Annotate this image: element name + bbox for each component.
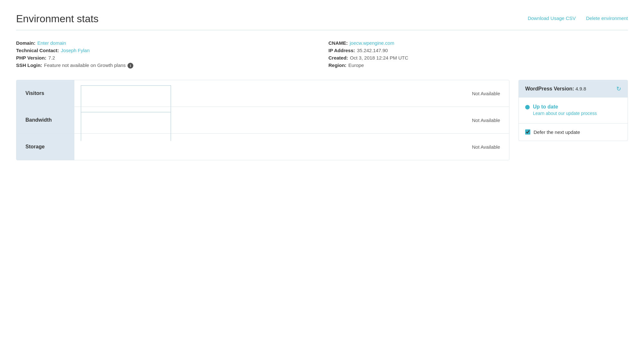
- ip-label: IP Address:: [328, 48, 355, 53]
- bandwidth-value: Not Available: [472, 117, 500, 123]
- wp-version-number: 4.9.8: [575, 86, 586, 91]
- php-value: 7.2: [48, 55, 55, 61]
- status-text: Up to date Learn about our update proces…: [533, 104, 597, 117]
- ssh-label: SSH Login:: [16, 62, 42, 68]
- delete-environment-link[interactable]: Delete environment: [586, 15, 628, 21]
- contact-label: Technical Contact:: [16, 48, 59, 53]
- php-label: PHP Version:: [16, 55, 46, 61]
- info-row-ip: IP Address: 35.242.147.90: [328, 47, 628, 54]
- visitors-value-cell: Not Available: [74, 80, 509, 107]
- page-title: Environment stats: [16, 13, 99, 25]
- header-actions: Download Usage CSV Delete environment: [528, 13, 628, 21]
- info-icon-ssh[interactable]: i: [128, 63, 133, 69]
- contact-value[interactable]: Joseph Fylan: [61, 48, 90, 53]
- stats-table: Visitors Not Available Bandwidth Not Ava…: [16, 80, 509, 160]
- region-value: Europe: [348, 62, 364, 68]
- header-divider: [16, 30, 628, 30]
- created-label: Created:: [328, 55, 348, 61]
- storage-value-cell: Not Available: [74, 134, 509, 160]
- storage-value: Not Available: [472, 144, 500, 150]
- wp-version-text: WordPress Version: 4.9.8: [525, 86, 586, 92]
- cname-label: CNAME:: [328, 40, 348, 46]
- info-row-cname: CNAME: joecw.wpengine.com: [328, 39, 628, 47]
- defer-label: Defer the next update: [534, 129, 580, 135]
- info-row-php: PHP Version: 7.2: [16, 54, 316, 61]
- info-section: Domain: Enter domain Technical Contact: …: [16, 39, 628, 70]
- info-row-contact: Technical Contact: Joseph Fylan: [16, 47, 316, 54]
- info-row-ssh: SSH Login: Feature not available on Grow…: [16, 61, 316, 70]
- region-label: Region:: [328, 62, 346, 68]
- info-left-col: Domain: Enter domain Technical Contact: …: [16, 39, 316, 70]
- cname-value[interactable]: joecw.wpengine.com: [350, 40, 394, 46]
- main-content: Visitors Not Available Bandwidth Not Ava…: [16, 80, 628, 160]
- page-header: Environment stats Download Usage CSV Del…: [16, 13, 628, 25]
- wp-version-card: WordPress Version: 4.9.8 ↻ Up to date Le…: [518, 80, 628, 141]
- defer-row: Defer the next update: [525, 129, 621, 135]
- stats-row-visitors: Visitors Not Available: [16, 80, 509, 107]
- stats-row-storage: Storage Not Available: [16, 134, 509, 160]
- wp-card-body: Up to date Learn about our update proces…: [519, 98, 628, 124]
- info-row-domain: Domain: Enter domain: [16, 39, 316, 47]
- visitors-value: Not Available: [472, 91, 500, 96]
- bandwidth-label: Bandwidth: [16, 107, 74, 133]
- defer-checkbox[interactable]: [525, 129, 530, 135]
- ssh-value: Feature not available on Growth plans: [44, 62, 126, 68]
- download-csv-link[interactable]: Download Usage CSV: [528, 15, 576, 21]
- learn-link[interactable]: Learn about our update process: [533, 110, 597, 117]
- refresh-icon[interactable]: ↻: [616, 85, 621, 92]
- wp-card-header: WordPress Version: 4.9.8 ↻: [519, 80, 628, 98]
- info-row-region: Region: Europe: [328, 61, 628, 69]
- domain-label: Domain:: [16, 40, 35, 46]
- domain-value[interactable]: Enter domain: [37, 40, 66, 46]
- storage-label: Storage: [16, 134, 74, 160]
- wp-card-footer: Defer the next update: [519, 124, 628, 141]
- bandwidth-value-cell: Not Available: [74, 107, 509, 133]
- status-row: Up to date Learn about our update proces…: [525, 104, 621, 117]
- status-dot: [525, 105, 530, 109]
- wp-version-label: WordPress Version:: [525, 86, 574, 91]
- up-to-date-label: Up to date: [533, 104, 597, 110]
- created-value: Oct 3, 2018 12:24 PM UTC: [350, 55, 408, 61]
- info-row-created: Created: Oct 3, 2018 12:24 PM UTC: [328, 54, 628, 61]
- stats-row-bandwidth: Bandwidth Not Available: [16, 107, 509, 134]
- visitors-label: Visitors: [16, 80, 74, 107]
- info-right-col: CNAME: joecw.wpengine.com IP Address: 35…: [328, 39, 628, 70]
- ip-value: 35.242.147.90: [357, 48, 388, 53]
